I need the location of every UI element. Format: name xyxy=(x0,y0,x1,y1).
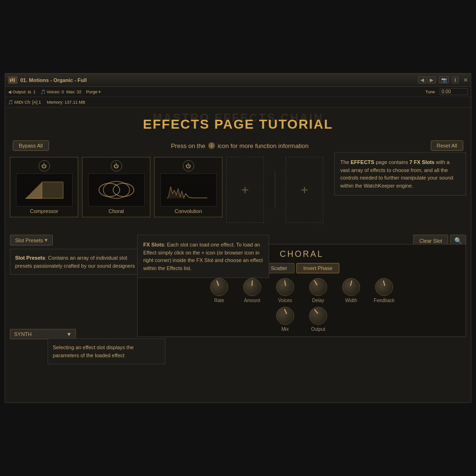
slot-presets-button[interactable]: Slot Presets ▾ xyxy=(10,235,53,246)
synth-selector[interactable]: SYNTH ▼ xyxy=(10,329,76,339)
synth-label: SYNTH xyxy=(14,331,32,337)
slot-presets-row: Slot Presets ▾ xyxy=(10,235,53,246)
output-label: Output xyxy=(311,327,325,332)
knob-group-delay: Delay xyxy=(302,278,335,303)
knob-group-voices: Voices xyxy=(269,278,302,303)
fx-slot-label-compressor: Compressor xyxy=(30,208,58,214)
feedback-knob[interactable] xyxy=(375,278,393,296)
svg-point-5 xyxy=(113,183,134,197)
delay-label: Delay xyxy=(312,298,324,303)
power-button-compressor[interactable]: ⏻ xyxy=(39,160,50,172)
bypass-all-button[interactable]: Bypass All xyxy=(13,140,49,151)
fx-slot-compressor[interactable]: ⏻ Compressor xyxy=(10,157,78,217)
camera-button[interactable]: 📷 xyxy=(439,76,449,83)
add-slot-5[interactable]: + xyxy=(286,157,323,223)
reset-all-button[interactable]: Reset All xyxy=(431,140,463,151)
synth-dropdown-arrow-icon: ▼ xyxy=(66,331,72,337)
output-knob[interactable] xyxy=(309,307,327,325)
knobs-row-2: Mix Output xyxy=(142,307,461,332)
third-bar: 🎵 MIDI Ch: [A] 1 Memory: 137.11 MB xyxy=(5,97,471,107)
width-knob[interactable] xyxy=(342,278,360,296)
knob-group-mix: Mix xyxy=(269,307,302,332)
nav-arrows[interactable]: ◀ ▶ xyxy=(418,76,436,83)
plugin-window: 01. Motions - Organic - Full ◀ ▶ 📷 ℹ ✕ ◀… xyxy=(5,73,471,403)
mix-label: Mix xyxy=(281,327,289,332)
selecting-tooltip: Selecting an effect slot displays the pa… xyxy=(48,338,165,364)
fx-slot-image-choral xyxy=(88,173,145,206)
feedback-knob-indicator xyxy=(383,280,385,286)
rate-knob-indicator xyxy=(216,280,219,286)
second-bar: ◀ Output: st. 1 🎵 Voices: 0 Max: 32 Purg… xyxy=(5,87,471,97)
add-slot-4[interactable]: + xyxy=(226,157,264,223)
invert-phase-button[interactable]: Invert Phase xyxy=(296,263,340,273)
rate-knob[interactable] xyxy=(210,278,228,296)
voices-knob-indicator xyxy=(284,280,286,286)
feedback-label: Feedback xyxy=(374,298,394,303)
tune-input[interactable] xyxy=(440,88,468,95)
voices-info: 🎵 Voices: 0 Max: 32 xyxy=(41,90,82,94)
fx-slot-choral[interactable]: ⏻ Choral xyxy=(82,157,150,217)
prev-button[interactable]: ◀ xyxy=(418,76,427,83)
fx-slot-convolution[interactable]: ⏻ Convolution xyxy=(154,157,222,217)
output-info: ◀ Output: st. 1 xyxy=(8,90,36,94)
info-bar: Bypass All Press on the i icon for more … xyxy=(5,140,471,151)
rate-label: Rate xyxy=(214,298,224,303)
knob-group-feedback: Feedback xyxy=(368,278,401,303)
width-knob-indicator xyxy=(350,280,352,286)
knob-group-amount: Amount xyxy=(236,278,269,303)
tune-info: Tune xyxy=(426,90,435,94)
mix-knob-indicator xyxy=(284,309,287,314)
info-text: Press on the i icon for more function in… xyxy=(171,142,309,149)
top-bar: 01. Motions - Organic - Full ◀ ▶ 📷 ℹ ✕ xyxy=(5,74,471,87)
fx-slot-label-convolution: Convolution xyxy=(174,208,202,214)
midi-info: 🎵 MIDI Ch: [A] 1 xyxy=(8,100,41,105)
power-button-convolution[interactable]: ⏻ xyxy=(183,160,194,172)
slot-divider xyxy=(268,157,282,223)
output-knob-indicator xyxy=(314,309,318,314)
info-button[interactable]: ℹ xyxy=(452,76,459,83)
outer-wrapper: 01. Motions - Organic - Full ◀ ▶ 📷 ℹ ✕ ◀… xyxy=(0,0,476,476)
slot-presets-tooltip: Slot Presets: Contains an array of indiv… xyxy=(10,249,144,275)
purge-info: Purge ▾ xyxy=(86,90,101,94)
main-content: MASTRO EFFECTS CHAIN EFFECTS PAGE TUTORI… xyxy=(5,107,471,402)
knob-group-width: Width xyxy=(335,278,368,303)
voices-knob[interactable] xyxy=(276,278,294,296)
search-icon: 🔍 xyxy=(454,237,462,244)
width-label: Width xyxy=(345,298,357,303)
delay-knob-indicator xyxy=(314,280,318,285)
next-button[interactable]: ▶ xyxy=(427,76,436,83)
delay-knob[interactable] xyxy=(309,278,327,296)
dropdown-arrow-icon: ▾ xyxy=(45,237,48,243)
amount-knob-indicator xyxy=(251,280,253,286)
ni-logo xyxy=(8,76,17,84)
memory-info: Memory: 137.11 MB xyxy=(46,100,85,105)
instrument-title: 01. Motions - Organic - Full xyxy=(20,77,415,83)
tooltip-effects: The EFFECTS page contains 7 FX Slots wit… xyxy=(334,152,466,196)
power-button-choral[interactable]: ⏻ xyxy=(111,160,122,172)
mix-knob[interactable] xyxy=(276,307,294,325)
effects-page-title: EFFECTS PAGE TUTORIAL xyxy=(143,117,333,132)
amount-knob[interactable] xyxy=(243,278,261,296)
info-icon: i xyxy=(208,142,215,149)
close-button[interactable]: ✕ xyxy=(463,77,468,83)
knobs-row-1: Rate Amount Voices xyxy=(142,278,461,303)
svg-point-3 xyxy=(103,181,130,198)
amount-label: Amount xyxy=(244,298,260,303)
voices-label: Voices xyxy=(278,298,292,303)
fx-slot-label-choral: Choral xyxy=(108,208,123,214)
knob-group-rate: Rate xyxy=(203,278,236,303)
svg-marker-2 xyxy=(25,182,42,198)
knob-group-output: Output xyxy=(302,307,335,332)
fx-slot-image-convolution xyxy=(160,173,217,206)
fx-slot-image-compressor xyxy=(16,173,73,206)
svg-rect-0 xyxy=(14,78,15,82)
tooltip-fxslots: FX Slots: Each slot can load one effect.… xyxy=(137,235,269,278)
